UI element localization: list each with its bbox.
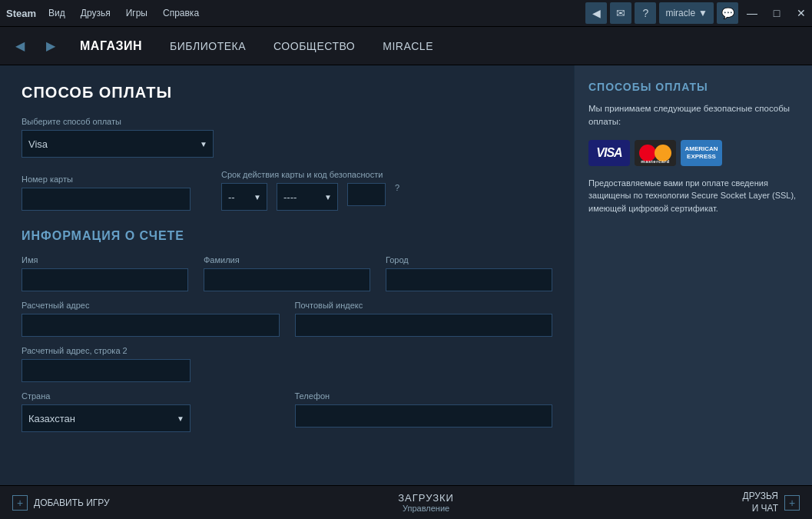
maximize-button[interactable]: □ [766, 0, 787, 27]
city-label: Город [386, 255, 552, 264]
titlebar-right: ◀ ✉ ? miracle ▼ 💬 — □ ✕ [585, 0, 812, 26]
downloads-subtitle: Управление [398, 504, 454, 513]
last-name-label: Фамилия [204, 255, 370, 264]
chat-icon-btn[interactable]: 💬 [717, 2, 738, 24]
expiry-group: Срок действия карты и код безопасности -… [221, 170, 399, 211]
nav-store[interactable]: МАГАЗИН [74, 36, 148, 56]
amex-line1: AMERICAN [684, 145, 718, 153]
friends-chat-button[interactable]: ДРУЗЬЯ И ЧАТ + [743, 491, 800, 514]
steam-logo: Steam [6, 8, 36, 19]
forward-arrow[interactable]: ▶ [43, 35, 58, 56]
country-select[interactable]: Казахстан Россия Украина [22, 404, 191, 432]
envelope-icon-btn[interactable]: ✉ [610, 2, 631, 24]
main-area: СПОСОБ ОПЛАТЫ Выберите способ оплаты Vis… [0, 65, 812, 485]
address2-row: Расчетный адрес, строка 2 [22, 346, 552, 382]
user-dropdown-icon: ▼ [698, 8, 708, 18]
menu-help[interactable]: Справка [160, 6, 202, 20]
expiry-year-select[interactable]: ---- 2024202520262027 202820292030 [277, 183, 338, 211]
expiry-fields: -- 01020304 05060708 09101112 ---- 20242… [221, 183, 399, 211]
last-name-input[interactable] [204, 268, 370, 291]
add-game-label: ДОБАВИТЬ ИГРУ [34, 497, 110, 508]
postal-code-label: Почтовый индекс [295, 301, 553, 310]
postal-code-input[interactable] [295, 314, 553, 337]
first-name-input[interactable] [22, 268, 188, 291]
mc-text: mastercard [641, 159, 669, 164]
expiry-year-wrapper[interactable]: ---- 2024202520262027 202820292030 [277, 183, 338, 211]
country-label: Страна [22, 391, 280, 401]
menu-friends[interactable]: Друзья [78, 6, 114, 20]
billing-address2-label: Расчетный адрес, строка 2 [22, 346, 191, 355]
city-input[interactable] [386, 268, 552, 291]
billing-address-label: Расчетный адрес [22, 301, 280, 310]
postal-code-group: Почтовый индекс [295, 301, 553, 337]
user-menu-button[interactable]: miracle ▼ [659, 2, 714, 24]
expiry-month-wrapper[interactable]: -- 01020304 05060708 09101112 [221, 183, 267, 211]
add-game-button[interactable]: + ДОБАВИТЬ ИГРУ [12, 495, 110, 511]
friends-line1: ДРУЗЬЯ [743, 491, 778, 503]
nav-profile[interactable]: MIRACLE [376, 37, 439, 55]
billing-address2-group: Расчетный адрес, строка 2 [22, 346, 191, 382]
first-name-group: Имя [22, 255, 188, 291]
nav-library[interactable]: БИБЛИОТЕКА [164, 37, 252, 55]
last-name-group: Фамилия [204, 255, 370, 291]
friends-line2: И ЧАТ [743, 503, 778, 515]
cvv-hint: ? [395, 183, 399, 192]
country-group: Страна Казахстан Россия Украина [22, 391, 280, 432]
friends-label: ДРУЗЬЯ И ЧАТ [743, 491, 778, 514]
account-name-row: Имя Фамилия Город [22, 255, 552, 291]
sidebar-security-text: Предоставляемые вами при оплате сведения… [588, 177, 798, 215]
city-group: Город [386, 255, 552, 291]
add-icon: + [12, 495, 28, 511]
sidebar-title: СПОСОБЫ ОПЛАТЫ [588, 81, 798, 93]
account-address-row: Расчетный адрес Почтовый индекс [22, 301, 552, 337]
payment-select-wrapper[interactable]: Visa Mastercard American Express [22, 130, 214, 158]
content-area: СПОСОБ ОПЛАТЫ Выберите способ оплаты Vis… [0, 65, 574, 485]
titlebar: Steam Вид Друзья Игры Справка ◀ ✉ ? mira… [0, 0, 812, 27]
user-name: miracle [665, 8, 695, 18]
billing-address2-input[interactable] [22, 359, 191, 382]
card-number-label: Номер карты [22, 175, 191, 184]
account-country-row: Страна Казахстан Россия Украина Телефон [22, 391, 552, 432]
page-title: СПОСОБ ОПЛАТЫ [22, 84, 552, 101]
back-arrow[interactable]: ◀ [12, 35, 28, 56]
card-number-input[interactable] [22, 188, 191, 211]
downloads-section[interactable]: ЗАГРУЗКИ Управление [398, 492, 454, 513]
amex-line2: EXPRESS [687, 153, 716, 161]
expiry-month-select[interactable]: -- 01020304 05060708 09101112 [221, 183, 267, 211]
mc-logo-inner: mastercard [635, 140, 676, 166]
nav-community[interactable]: СООБЩЕСТВО [267, 37, 361, 55]
amex-logo: AMERICAN EXPRESS [681, 140, 722, 166]
back-icon-btn[interactable]: ◀ [585, 2, 607, 24]
card-number-group: Номер карты [22, 175, 191, 211]
cvv-input[interactable] [347, 183, 386, 206]
menu-games[interactable]: Игры [123, 6, 151, 20]
minimize-button[interactable]: — [741, 0, 763, 27]
expiry-label: Срок действия карты и код безопасности [221, 170, 399, 179]
navbar: ◀ ▶ МАГАЗИН БИБЛИОТЕКА СООБЩЕСТВО MIRACL… [0, 27, 812, 65]
billing-address-group: Расчетный адрес [22, 301, 280, 337]
account-section-title: ИНФОРМАЦИЯ О СЧЕТЕ [22, 229, 552, 243]
visa-logo: VISA [588, 140, 630, 166]
titlebar-left: Steam Вид Друзья Игры Справка [6, 6, 202, 20]
help-icon-btn[interactable]: ? [635, 2, 656, 24]
downloads-title: ЗАГРУЗКИ [398, 492, 454, 504]
phone-label: Телефон [295, 391, 553, 401]
payment-select-label: Выберите способ оплаты [22, 117, 552, 126]
first-name-label: Имя [22, 255, 188, 264]
close-button[interactable]: ✕ [790, 0, 812, 27]
phone-group: Телефон [295, 391, 553, 432]
sidebar: СПОСОБЫ ОПЛАТЫ Мы принимаем следующие бе… [574, 65, 812, 485]
billing-address-input[interactable] [22, 314, 280, 337]
payment-logos: VISA mastercard AMERICAN EXPRESS [588, 140, 798, 166]
mastercard-logo: mastercard [635, 140, 676, 166]
country-select-wrapper[interactable]: Казахстан Россия Украина [22, 404, 191, 432]
friends-add-icon: + [784, 495, 800, 511]
payment-method-group: Выберите способ оплаты Visa Mastercard A… [22, 117, 552, 158]
menu-view[interactable]: Вид [45, 6, 68, 20]
sidebar-intro: Мы принимаем следующие безопасные способ… [588, 102, 798, 129]
payment-select[interactable]: Visa Mastercard American Express [22, 130, 214, 158]
phone-input[interactable] [295, 404, 553, 428]
bottombar: + ДОБАВИТЬ ИГРУ ЗАГРУЗКИ Управление ДРУЗ… [0, 485, 812, 519]
